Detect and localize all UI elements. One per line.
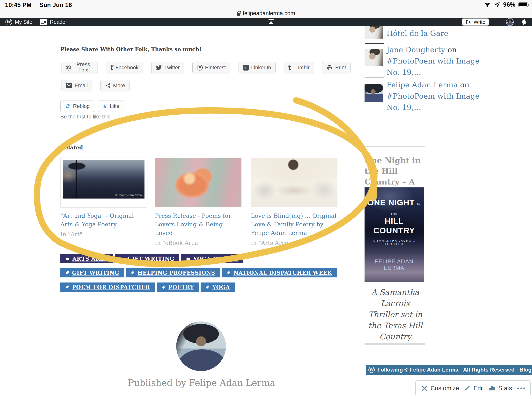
- related-post-card: Press Release - Poems for Lovers Loving …: [155, 158, 241, 246]
- tag-icon: [161, 285, 166, 289]
- comment-post-link[interactable]: Hôtel de la Gare: [386, 29, 448, 38]
- divider: [0, 349, 344, 349]
- related-post-link[interactable]: Press Release - Poems for Lovers Loving …: [155, 212, 241, 237]
- tag-icon: [205, 285, 209, 289]
- my-site-button[interactable]: W My Site: [4, 18, 34, 26]
- folder-icon: [186, 257, 190, 261]
- tumblr-share-button[interactable]: Tumblr: [284, 62, 314, 73]
- tag-national-dispatcher-week[interactable]: National Dispatcher Week: [222, 268, 337, 277]
- print-label: Print: [335, 65, 346, 71]
- stats-label: Stats: [498, 385, 512, 392]
- book-cover-one-night[interactable]: ONE NIGHT IN THE HILL COUNTRY A SAMANTHA…: [365, 187, 424, 282]
- tag-yoga[interactable]: Yoga: [201, 283, 235, 292]
- comment-author-link[interactable]: Felipe Adan Lerma: [386, 80, 458, 89]
- linkedin-share-button[interactable]: in LinkedIn: [239, 62, 276, 73]
- tag-icon: [65, 270, 69, 275]
- comment-post-link[interactable]: #PhotoPoem with Image No. 19,…: [386, 57, 479, 77]
- following-text: Following © Felipe Adan Lerma - All Righ…: [377, 367, 532, 373]
- comment-connector: on: [448, 45, 457, 54]
- wordpress-icon: W: [66, 65, 71, 71]
- battery-icon: [518, 2, 528, 7]
- twitter-icon: [156, 64, 162, 71]
- related-post-card: © felipe adan lerma "Art and Yoga" - Ori…: [60, 158, 147, 238]
- published-by-heading: Published by Felipe Adan Lerma: [0, 378, 403, 388]
- wifi-icon: [484, 1, 491, 8]
- divider: [365, 114, 384, 114]
- tag-label: Poetry: [168, 284, 194, 290]
- address-bar[interactable]: felipeadanlerma.com: [0, 9, 532, 18]
- related-post-link[interactable]: Love is Blind(ing) ... Original Love & F…: [251, 212, 337, 237]
- more-share-button[interactable]: More: [101, 80, 130, 91]
- tag-poem-for-dispatcher[interactable]: Poem for Dispatcher: [60, 283, 155, 292]
- comment-post-link[interactable]: #PhotoPoem with Image No. 19,…: [386, 92, 479, 112]
- like-button[interactable]: Like: [98, 101, 124, 112]
- comment-author-link[interactable]: Jane Dougherty: [386, 45, 445, 54]
- related-thumbnail-cafe-sketch[interactable]: [251, 158, 337, 207]
- tag-helping-professions[interactable]: Helping Professions: [126, 268, 220, 277]
- pinterest-label: Pinterest: [205, 65, 226, 71]
- tumblr-label: Tumblr: [293, 65, 310, 71]
- photo-credit: © felipe adan lerma: [115, 193, 143, 197]
- share-more-icon: [105, 83, 111, 89]
- category-gift-writing[interactable]: Gift Writing: [115, 254, 179, 264]
- customize-button[interactable]: Customize: [421, 385, 459, 392]
- notifications-bell-icon[interactable]: [520, 18, 528, 26]
- category-label: Gift Writing: [127, 256, 174, 262]
- press-this-button[interactable]: W Press This: [62, 62, 98, 73]
- stats-button[interactable]: Stats: [489, 385, 512, 392]
- tag-label: National Dispatcher Week: [234, 270, 332, 276]
- pinterest-icon: [197, 65, 203, 71]
- related-thumbnail-rose[interactable]: [155, 158, 241, 207]
- date: Sun Jun 16: [39, 1, 72, 9]
- like-status-text: Be the first to like this.: [60, 114, 112, 120]
- edit-pencil-icon: [464, 385, 471, 392]
- facebook-share-button[interactable]: Facebook: [106, 62, 143, 73]
- like-label: Like: [110, 103, 119, 109]
- linkedin-label: LinkedIn: [251, 65, 271, 71]
- category-yoga-poetry[interactable]: Yoga Poetry: [181, 254, 243, 264]
- tag-poetry[interactable]: Poetry: [157, 283, 199, 292]
- book-tagline: A Samantha Lacroix Thriller set in the T…: [366, 287, 424, 342]
- category-arts-area[interactable]: Arts Area: [60, 254, 113, 264]
- twitter-share-button[interactable]: Twitter: [151, 62, 184, 73]
- facebook-label: Facebook: [115, 65, 139, 71]
- pinterest-share-button[interactable]: Pinterest: [192, 62, 230, 73]
- write-button[interactable]: Write: [462, 19, 489, 26]
- folder-icon: [65, 257, 70, 261]
- tag-label: Poem for Dispatcher: [72, 284, 150, 290]
- following-banner[interactable]: W Following © Felipe Adan Lerma - All Ri…: [366, 365, 532, 375]
- category-row: Arts Area Gift Writing Yoga Poetry: [60, 254, 243, 264]
- safari-top-chrome: 10:45 PM Sun Jun 16 96% felipeadanlerma.…: [0, 0, 532, 18]
- reader-label: Reader: [50, 19, 67, 25]
- star-icon: [102, 103, 108, 110]
- press-this-label: Press This: [73, 62, 93, 74]
- account-avatar[interactable]: [506, 18, 514, 26]
- status-bar: 10:45 PM Sun Jun 16 96%: [0, 0, 532, 9]
- linkedin-icon: in: [243, 65, 249, 71]
- comment-connector: on: [460, 80, 469, 89]
- more-actions-button[interactable]: •••: [517, 385, 526, 392]
- related-post-card: Love is Blind(ing) ... Original Love & F…: [251, 158, 337, 246]
- category-label: Yoga Poetry: [193, 256, 239, 262]
- wp-admin-bar: W My Site Reader Write: [0, 18, 532, 26]
- section-divider: [365, 343, 425, 345]
- reblog-label: Reblog: [73, 103, 90, 109]
- email-share-button[interactable]: Email: [62, 80, 92, 91]
- url-text[interactable]: felipeadanlerma.com: [243, 10, 295, 17]
- category-label: Arts Area: [72, 256, 109, 262]
- share-buttons-row-2: Email More: [62, 80, 129, 91]
- facebook-icon: [110, 64, 113, 71]
- scroll-to-top-button[interactable]: [267, 19, 275, 25]
- reader-button[interactable]: Reader: [38, 18, 69, 26]
- edit-button[interactable]: Edit: [464, 385, 484, 392]
- related-thumbnail-art-yoga[interactable]: © felipe adan lerma: [60, 158, 147, 207]
- post-footer-area: Please Share With Other Folk, Thanks so …: [0, 0, 350, 399]
- tag-gift-writing[interactable]: Gift Writing: [60, 268, 124, 277]
- clock: 10:45 PM: [5, 1, 32, 9]
- more-label: More: [113, 83, 125, 89]
- reblog-button[interactable]: Reblog: [60, 101, 94, 112]
- share-buttons-row-1: W Press This Facebook Twitter Pinterest …: [62, 62, 350, 73]
- recent-comment: Jane Dougherty on #PhotoPoem with Image …: [386, 44, 480, 78]
- related-post-link[interactable]: "Art and Yoga" - Original Arts & Yoga Po…: [60, 212, 147, 229]
- print-button[interactable]: Print: [322, 62, 350, 73]
